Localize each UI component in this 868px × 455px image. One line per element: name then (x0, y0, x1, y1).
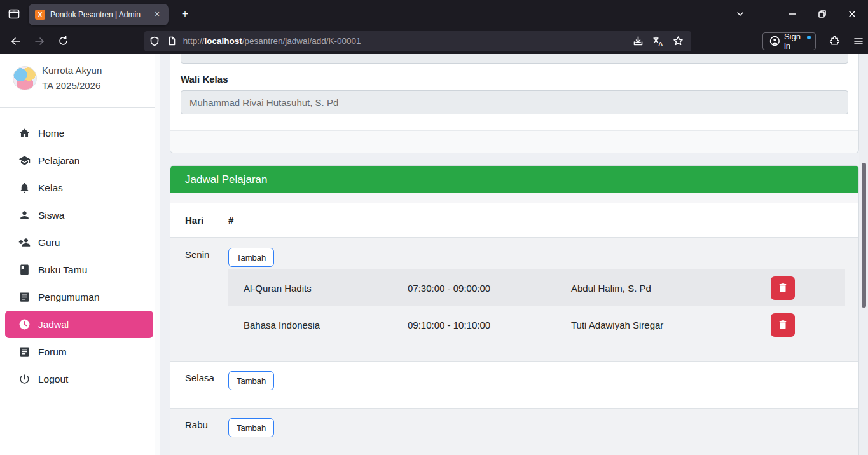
day-name: Rabu (170, 409, 228, 455)
delete-entry-button[interactable] (771, 313, 795, 337)
svg-text:A: A (659, 41, 663, 47)
jadwal-card: Jadwal Pelajaran Hari # Senin Tambah Al-… (170, 165, 859, 455)
user-panel: Kurrota Akyun TA 2025/2026 (0, 54, 155, 93)
window-close-button[interactable] (841, 5, 863, 23)
xampp-favicon-icon: X (35, 10, 45, 20)
entry-list: Al-Quran Hadits 07:30:00 - 09:00:00 Abdu… (228, 269, 845, 343)
save-page-icon[interactable] (633, 36, 644, 46)
jadwal-title: Jadwal Pelajaran (185, 173, 267, 186)
day-name: Selasa (170, 362, 228, 408)
forward-icon[interactable] (31, 32, 50, 51)
entry-time: 09:10:00 - 10:10:00 (408, 320, 571, 330)
home-icon (18, 127, 31, 140)
graduation-cap-icon (18, 154, 31, 167)
power-icon (18, 373, 31, 386)
sidebar-item-guru[interactable]: Guru (0, 229, 155, 256)
navigation-toolbar: http://localhost/pesantren/jadwal/add/K-… (0, 28, 868, 54)
translate-icon[interactable]: A (652, 36, 664, 47)
sidebar-item-pelajaran[interactable]: Pelajaran (0, 147, 155, 174)
sidebar-item-forum[interactable]: Forum (0, 338, 155, 365)
wali-kelas-label: Wali Kelas (181, 74, 848, 85)
signin-button[interactable]: Sign in (762, 32, 816, 50)
page-info-icon[interactable] (167, 36, 177, 46)
sidebar-item-logout[interactable]: Logout (0, 365, 155, 393)
sidebar-item-kelas[interactable]: Kelas (0, 174, 155, 201)
schedule-day-row: Selasa Tambah (170, 361, 858, 408)
bookmark-star-icon[interactable] (673, 36, 684, 46)
schedule-table-header: Hari # (170, 203, 858, 238)
sidebar-item-home[interactable]: Home (0, 119, 155, 147)
back-icon[interactable] (6, 32, 25, 51)
trash-icon (777, 319, 789, 330)
tab-bar: X Pondok Pesantren | Admin × + (0, 0, 868, 28)
extensions-puzzle-icon[interactable] (825, 32, 844, 51)
url-text: http://localhost/pesantren/jadwal/add/K-… (183, 36, 633, 46)
page-viewport: Kurrota Akyun TA 2025/2026 Home Pelajara… (0, 54, 868, 455)
book-icon (18, 264, 31, 276)
schedule-table: Hari # Senin Tambah Al-Quran Hadits 07:3… (170, 203, 858, 455)
url-bar[interactable]: http://localhost/pesantren/jadwal/add/K-… (144, 31, 691, 51)
tambah-button[interactable]: Tambah (228, 371, 274, 390)
clock-icon (18, 318, 31, 331)
user-year: TA 2025/2026 (42, 78, 102, 93)
entry-time: 07:30:00 - 09:00:00 (408, 283, 571, 294)
entry-teacher: Abdul Halim, S. Pd (571, 283, 771, 294)
main-content: Wali Kelas Jadwal Pelajaran Hari # Senin… (160, 54, 859, 455)
browser-chrome: X Pondok Pesantren | Admin × + (0, 0, 868, 54)
sidebar-item-siswa[interactable]: Siswa (0, 201, 155, 229)
main-scrollbar[interactable] (859, 54, 868, 455)
user-icon (18, 209, 31, 222)
user-name: Kurrota Akyun (42, 63, 102, 78)
account-icon (769, 36, 780, 46)
newspaper-icon (18, 346, 31, 358)
col-hari-header: Hari (170, 215, 228, 226)
trash-icon (777, 282, 789, 294)
sidebar-item-buku-tamu[interactable]: Buku Tamu (0, 256, 155, 283)
col-entries-header: # (228, 215, 858, 226)
sidebar-item-pengumuman[interactable]: Pengumuman (0, 283, 155, 311)
entry-teacher: Tuti Adawiyah Siregar (571, 320, 771, 330)
window-restore-button[interactable] (811, 5, 833, 23)
avatar (13, 66, 37, 90)
day-name: Senin (170, 238, 228, 361)
sidebar-item-jadwal[interactable]: Jadwal (5, 311, 153, 338)
tab-close-icon[interactable]: × (151, 8, 163, 21)
schedule-entry-row: Al-Quran Hadits 07:30:00 - 09:00:00 Abdu… (228, 269, 845, 306)
window-minimize-button[interactable] (782, 5, 803, 23)
new-tab-button[interactable]: + (177, 6, 193, 23)
firefox-view-icon[interactable] (5, 5, 23, 23)
jadwal-card-header: Jadwal Pelajaran (170, 166, 858, 193)
tambah-button[interactable]: Tambah (228, 248, 274, 267)
kelas-form-card: Wali Kelas (170, 54, 859, 153)
wali-kelas-field[interactable] (181, 90, 848, 114)
card-footer (170, 130, 858, 153)
tambah-button[interactable]: Tambah (228, 418, 274, 437)
bell-icon (18, 182, 31, 194)
user-plus-icon (18, 236, 31, 249)
schedule-day-row: Senin Tambah Al-Quran Hadits 07:30:00 - … (170, 238, 858, 361)
entry-subject: Al-Quran Hadits (244, 283, 408, 294)
browser-tab[interactable]: X Pondok Pesantren | Admin × (29, 4, 169, 25)
sidebar-menu: Home Pelajaran Kelas Siswa Guru Buku Tam… (0, 117, 155, 395)
kelas-field[interactable] (181, 54, 848, 64)
delete-entry-button[interactable] (771, 276, 795, 300)
schedule-entry-row: Bahasa Indonesia 09:10:00 - 10:10:00 Tut… (228, 306, 845, 343)
menu-hamburger-icon[interactable] (849, 32, 868, 51)
shield-icon[interactable] (149, 36, 160, 46)
sidebar: Kurrota Akyun TA 2025/2026 Home Pelajara… (0, 54, 155, 455)
tab-list-chevron-icon[interactable] (729, 5, 751, 23)
sidebar-divider (0, 107, 155, 108)
newspaper-icon (18, 291, 31, 304)
sidebar-scrollbar[interactable] (155, 54, 160, 455)
signin-notification-dot (807, 36, 811, 39)
signin-label: Sign in (784, 32, 809, 51)
reload-icon[interactable] (54, 32, 73, 51)
main-scrollbar-thumb[interactable] (862, 163, 866, 308)
entry-subject: Bahasa Indonesia (244, 320, 408, 330)
tab-title: Pondok Pesantren | Admin (50, 10, 151, 19)
schedule-day-row: Rabu Tambah (170, 408, 858, 455)
